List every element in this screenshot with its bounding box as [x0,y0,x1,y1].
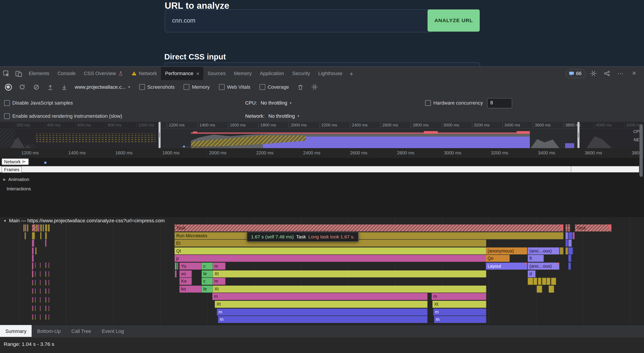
flame-bar-qe[interactable]: Qe [486,255,510,262]
main-thread-header[interactable]: ▼ Main — https://www.projectwallace.com/… [0,217,644,225]
flame-bar[interactable] [24,225,25,231]
more-options-icon[interactable]: ⋯ [615,68,626,79]
close-tab-icon[interactable]: × [196,70,200,77]
window-handle-left[interactable] [158,122,160,148]
save-profile-icon[interactable] [58,81,70,93]
frames-track-label[interactable]: Frames [2,166,22,173]
flame-bar[interactable] [175,263,176,270]
flame-bar-p[interactable]: p [175,255,486,262]
flame-bar-m[interactable]: m [434,316,486,323]
flame-bar[interactable] [36,225,38,231]
flame-bar-m[interactable]: m [217,309,428,316]
flame-bar[interactable] [38,225,40,231]
disable-js-samples-checkbox[interactable]: Disable JavaScript samples [4,98,73,108]
reload-and-record-button[interactable] [16,81,28,93]
url-input[interactable]: cnn.com [165,9,433,32]
flame-bar-le[interactable]: le [202,286,213,293]
animation-track[interactable]: ▶ Animation [3,177,29,182]
flame-bar-ke[interactable]: Ke [180,278,192,285]
flame-bar-m[interactable]: m [213,278,226,285]
trash-icon[interactable] [295,81,306,93]
flame-bar-ko[interactable]: ko [180,286,202,293]
flame-bar[interactable] [177,263,178,270]
coverage-checkbox[interactable]: Coverage [260,84,289,90]
flame-bar[interactable] [568,263,571,270]
flame-bar-c[interactable]: c [202,278,213,285]
advanced-rendering-checkbox[interactable]: Enable advanced rendering instrumentatio… [4,111,122,122]
settings-gear-icon[interactable] [588,68,599,79]
flame-bar[interactable] [568,225,570,231]
flame-bar-m[interactable]: m [212,293,428,300]
flame-bar-anoous[interactable]: (ano…ous) [528,248,559,255]
flame-bar-xt[interactable]: Xt [215,301,428,308]
capture-settings-gear-icon[interactable] [308,81,320,93]
timeline-overview[interactable]: 200 ms400 ms600 ms800 ms1000 ms1200 ms14… [0,122,644,148]
flame-bar[interactable] [560,248,564,255]
flame-bar[interactable] [32,232,35,239]
flame-bar[interactable] [32,255,34,262]
tab-security[interactable]: Security [288,67,314,80]
history-select[interactable]: www.projectwallace.c... ▾ [75,84,130,90]
window-handle-right[interactable] [577,122,580,148]
flame-bar[interactable] [573,232,574,239]
device-toolbar-icon[interactable] [12,67,24,80]
analyze-url-button[interactable]: ANALYZE URL [428,9,480,31]
flame-bar[interactable] [24,232,26,239]
flame-bar-c[interactable]: c [202,263,213,270]
flame-bar[interactable] [566,240,568,247]
remote-devices-icon[interactable] [601,68,613,79]
flame-bar[interactable] [566,248,568,255]
flame-bar[interactable] [568,248,573,255]
flame-bar-task[interactable]: Task [175,225,564,231]
flame-bar[interactable] [32,225,36,231]
web-vitals-checkbox[interactable]: Web Vitals [219,84,250,90]
flame-bar[interactable] [43,225,44,231]
tab-event-log[interactable]: Event Log [96,325,129,337]
record-button[interactable] [2,81,14,93]
frames-track-strip[interactable] [0,166,639,172]
hardware-concurrency-checkbox[interactable]: Hardware concurrency [425,100,483,106]
more-tabs-button[interactable]: + [346,67,356,80]
flame-bar[interactable] [568,232,572,239]
flame-bar[interactable] [538,278,541,285]
load-profile-icon[interactable] [44,81,56,93]
flame-bar-task[interactable]: Task [575,225,611,231]
tab-css-overview[interactable]: CSS Overview [80,67,127,80]
tab-summary[interactable]: Summary [0,325,32,337]
flame-bar[interactable] [566,225,568,231]
flame-bar[interactable] [32,240,34,247]
flame-bar[interactable] [568,255,571,262]
tab-performance[interactable]: Performance × [161,67,204,80]
flame-bar[interactable] [537,286,542,293]
flame-bar[interactable] [45,225,47,231]
tab-memory[interactable]: Memory [230,67,256,80]
close-devtools-icon[interactable]: × [628,68,640,79]
flame-bar[interactable] [45,232,47,239]
flame-bar-le[interactable]: le [202,270,213,277]
tab-lighthouse[interactable]: Lighthouse [314,67,346,80]
flame-bar-qt[interactable]: Qt [175,248,486,255]
interactions-track[interactable]: Interactions [6,186,31,191]
flame-chart-region[interactable]: 1200 ms1400 ms1600 ms1800 ms2000 ms2200 … [0,148,644,325]
flame-bar[interactable] [48,225,50,231]
flame-bar[interactable] [27,225,28,231]
flame-bar[interactable] [35,248,37,255]
tab-bottom-up[interactable]: Bottom-Up [32,325,66,337]
network-throttling-select[interactable]: No throttling ▾ [268,113,299,119]
flame-bar[interactable] [566,232,568,239]
flame-bar[interactable] [40,225,42,231]
flame-bar-m[interactable]: m [213,263,226,270]
tab-application[interactable]: Application [256,67,288,80]
flame-bar[interactable] [542,278,546,285]
flame-bar-m[interactable]: m [218,316,428,323]
clear-button[interactable] [30,81,42,93]
flame-bar[interactable] [568,240,572,247]
tab-elements[interactable]: Elements [24,67,54,80]
flame-bar-m[interactable]: m [432,293,486,300]
flame-bar-ft[interactable]: ft [528,255,544,262]
flame-bar-anonymous[interactable]: (anonymous) [486,248,528,255]
flame-bar[interactable] [25,225,26,231]
flame-bar[interactable] [32,248,34,255]
issues-counter[interactable]: 66 [565,69,586,78]
network-track-label[interactable]: Network [2,158,29,165]
